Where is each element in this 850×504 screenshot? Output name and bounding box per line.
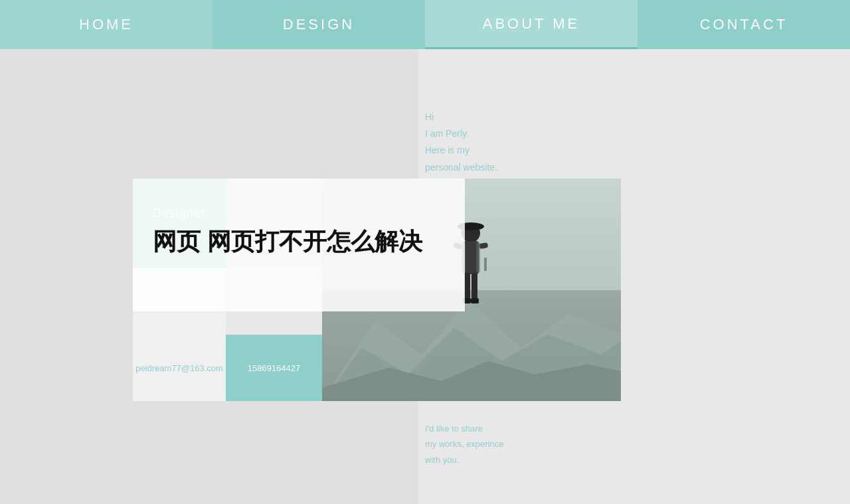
svg-rect-13 bbox=[471, 298, 479, 303]
main-content: Hi I am Perly. Here is my personal websi… bbox=[0, 49, 850, 504]
nav-contact[interactable]: CONTACT bbox=[638, 0, 850, 49]
svg-rect-11 bbox=[471, 273, 477, 299]
error-overlay: 网页 网页打不开怎么解决 bbox=[133, 179, 465, 311]
svg-rect-14 bbox=[484, 258, 487, 271]
email-card: peidream77@163.com bbox=[133, 335, 226, 401]
share-text: I'd like to share my works, experince wi… bbox=[425, 421, 503, 467]
phone-text: 15869164427 bbox=[248, 363, 301, 373]
intro-line1: Hi bbox=[425, 109, 497, 126]
intro-line2: I am Perly. bbox=[425, 126, 497, 142]
nav-design[interactable]: DESIGN bbox=[212, 0, 425, 49]
intro-line3: Here is my bbox=[425, 142, 497, 159]
intro-line4: personal website. bbox=[425, 159, 497, 176]
share-line3: with you. bbox=[425, 452, 503, 467]
error-title: 网页 网页打不开怎么解决 bbox=[153, 226, 445, 258]
share-line1: I'd like to share bbox=[425, 421, 503, 436]
share-line2: my works, experince bbox=[425, 436, 503, 452]
nav-about[interactable]: ABOUT ME bbox=[425, 0, 638, 49]
svg-rect-9 bbox=[479, 242, 488, 249]
email-text: peidream77@163.com bbox=[135, 363, 223, 373]
intro-text: Hi I am Perly. Here is my personal websi… bbox=[425, 109, 497, 176]
nav-home[interactable]: HOME bbox=[0, 0, 212, 49]
navigation: HOME DESIGN ABOUT ME CONTACT bbox=[0, 0, 850, 49]
phone-card: 15869164427 bbox=[226, 335, 322, 401]
